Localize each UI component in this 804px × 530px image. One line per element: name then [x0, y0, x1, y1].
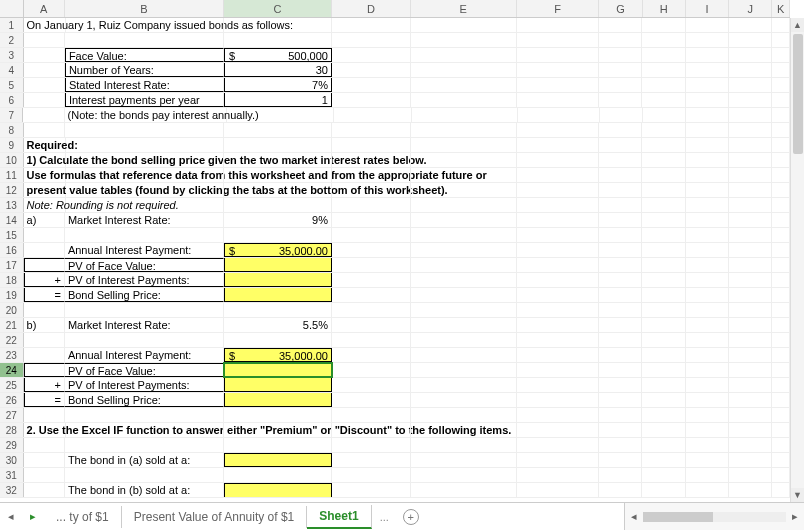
cell-B6[interactable]: Interest payments per year [65, 93, 224, 107]
cell-B14[interactable]: Market Interest Rate: [65, 213, 224, 227]
hscroll-track[interactable] [643, 512, 786, 522]
cell-C23[interactable]: $35,000.00 [224, 348, 332, 362]
cell-B18[interactable]: PV of Interest Payments: [65, 273, 224, 287]
column-headers: A B C D E F G H I J K [0, 0, 790, 18]
cell-A18[interactable]: + [24, 273, 65, 287]
cell-C14[interactable]: 9% [224, 213, 332, 227]
cell-B7[interactable]: (Note: the bonds pay interest annually.) [65, 108, 227, 122]
cell-B16[interactable]: Annual Interest Payment: [65, 243, 224, 257]
cell-B4[interactable]: Number of Years: [65, 63, 224, 77]
tab-sheet1[interactable]: Sheet1 [307, 505, 371, 529]
cell-A25[interactable]: + [24, 378, 65, 392]
cell-C5[interactable]: 7% [224, 78, 332, 92]
cell-B30[interactable]: The bond in (a) sold at a: [65, 453, 224, 467]
cell-C18[interactable] [224, 273, 332, 287]
col-header-G[interactable]: G [599, 0, 642, 17]
cell-A12[interactable]: present value tables (found by clicking … [24, 183, 66, 197]
spreadsheet: A B C D E F G H I J K 1 On January 1, Ru… [0, 0, 790, 502]
cell-C21[interactable]: 5.5% [224, 318, 332, 332]
tab-more[interactable]: ... [372, 511, 397, 523]
cell-B26[interactable]: Bond Selling Price: [65, 393, 224, 407]
add-sheet-icon[interactable]: + [403, 509, 419, 525]
hscroll-right-icon[interactable]: ▸ [786, 510, 804, 523]
cell-C4[interactable]: 30 [224, 63, 332, 77]
col-header-A[interactable]: A [24, 0, 65, 17]
cell-B17[interactable]: PV of Face Value: [65, 258, 224, 272]
cell-A9[interactable]: Required: [24, 138, 66, 152]
cell-C24-active[interactable] [224, 363, 332, 377]
cell-C25[interactable] [224, 378, 332, 392]
cell-C26[interactable] [224, 393, 332, 407]
tab-nav-next-icon[interactable]: ▸ [22, 510, 44, 523]
select-all-corner[interactable] [0, 0, 24, 17]
col-header-J[interactable]: J [729, 0, 772, 17]
cell-A21[interactable]: b) [24, 318, 65, 332]
cell-A11[interactable]: Use formulas that reference data from th… [24, 168, 66, 182]
grid[interactable]: 1 On January 1, Ruiz Company issued bond… [0, 18, 790, 498]
cell-A13[interactable]: Note: Rounding is not required. [24, 198, 66, 212]
row-header[interactable]: 1 [0, 18, 24, 32]
cell-B19[interactable]: Bond Selling Price: [65, 288, 224, 302]
scroll-up-icon[interactable]: ▲ [791, 18, 804, 32]
cell-B21[interactable]: Market Interest Rate: [65, 318, 224, 332]
vertical-scrollbar[interactable]: ▲ ▼ [790, 18, 804, 502]
tab-nav-prev-icon[interactable]: ◂ [0, 510, 22, 523]
col-header-B[interactable]: B [65, 0, 224, 17]
col-header-F[interactable]: F [517, 0, 600, 17]
cell-A26[interactable]: = [24, 393, 65, 407]
cell-C3[interactable]: $500,000 [224, 48, 332, 62]
horizontal-scrollbar[interactable]: ◂ ▸ [624, 503, 804, 530]
cell-B32[interactable]: The bond in (b) sold at a: [65, 483, 224, 497]
cell-C32[interactable] [224, 483, 332, 497]
cell-A14[interactable]: a) [24, 213, 65, 227]
col-header-C[interactable]: C [224, 0, 332, 17]
hscroll-thumb[interactable] [643, 512, 713, 522]
cell-C6[interactable]: 1 [224, 93, 332, 107]
cell-A19[interactable]: = [24, 288, 65, 302]
col-header-E[interactable]: E [411, 0, 517, 17]
sheet-tab-bar: ◂ ▸ ... ty of $1 Present Value of Annuit… [0, 502, 804, 530]
tab-pv-annuity[interactable]: Present Value of Annuity of $1 [122, 506, 308, 528]
cell-A28[interactable]: 2. Use the Excel IF function to answer e… [24, 423, 66, 437]
cell-B5[interactable]: Stated Interest Rate: [65, 78, 224, 92]
tab-fv-of-1[interactable]: ... ty of $1 [44, 506, 122, 528]
col-header-I[interactable]: I [686, 0, 729, 17]
cell-C16[interactable]: $35,000.00 [224, 243, 332, 257]
cell-C17[interactable] [224, 258, 332, 272]
scroll-thumb[interactable] [793, 34, 803, 154]
cell-B23[interactable]: Annual Interest Payment: [65, 348, 224, 362]
cell-A1[interactable]: On January 1, Ruiz Company issued bonds … [24, 18, 66, 32]
cell-B25[interactable]: PV of Interest Payments: [65, 378, 224, 392]
hscroll-left-icon[interactable]: ◂ [625, 510, 643, 523]
cell-C19[interactable] [224, 288, 332, 302]
col-header-K[interactable]: K [772, 0, 790, 17]
cell-A10[interactable]: 1) Calculate the bond selling price give… [24, 153, 66, 167]
col-header-H[interactable]: H [643, 0, 686, 17]
cell-C30[interactable] [224, 453, 332, 467]
cell-B3[interactable]: Face Value: [65, 48, 224, 62]
cell-B24[interactable]: PV of Face Value: [65, 363, 224, 377]
col-header-D[interactable]: D [332, 0, 411, 17]
scroll-down-icon[interactable]: ▼ [791, 488, 804, 502]
